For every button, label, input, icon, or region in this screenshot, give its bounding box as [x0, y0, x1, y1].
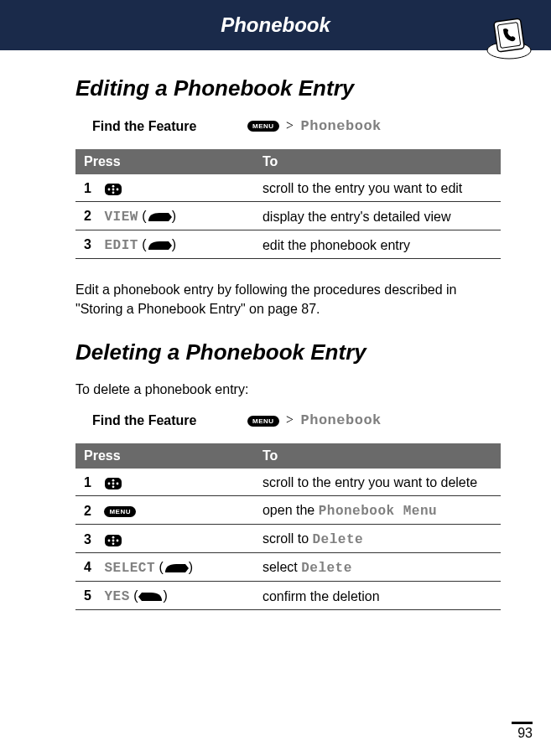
step-number: 4	[84, 560, 101, 575]
step-number: 3	[84, 532, 101, 547]
scroll-key-icon	[104, 477, 122, 490]
svg-point-12	[117, 483, 119, 485]
step-desc: scroll to the entry you want to delete	[254, 469, 501, 496]
left-softkey-icon	[138, 591, 164, 603]
svg-point-11	[112, 483, 115, 485]
step-desc: scroll to the entry you want to edit	[254, 174, 501, 202]
step-number: 1	[84, 181, 101, 196]
header-bar: Phonebook	[0, 0, 551, 50]
section-title-editing: Editing a Phonebook Entry	[75, 75, 501, 101]
softkey-label: VIEW	[104, 210, 138, 225]
svg-point-13	[112, 479, 115, 482]
section-intro: To delete a phonebook entry:	[75, 382, 501, 397]
menu-key-icon: MENU	[104, 506, 136, 517]
table-row: 1 scroll to the entry you want to edit	[75, 174, 501, 202]
svg-point-20	[112, 542, 115, 545]
find-feature-label: Find the Feature	[92, 119, 247, 134]
page-content: Editing a Phonebook Entry Find the Featu…	[0, 50, 551, 610]
svg-point-7	[112, 185, 115, 188]
menu-path: MENU > Phonebook	[247, 118, 382, 134]
menu-path-text: Phonebook	[301, 118, 382, 134]
svg-point-4	[108, 188, 111, 190]
table-row: 2 VIEW () display the entry's detailed v…	[75, 202, 501, 230]
step-desc-mono: Phonebook Menu	[319, 504, 437, 519]
step-desc-text: select	[263, 560, 301, 574]
step-desc: scroll to Delete	[254, 525, 501, 553]
svg-point-14	[112, 486, 115, 489]
col-to: To	[254, 443, 501, 469]
step-desc-text: scroll to	[263, 531, 313, 546]
svg-point-18	[117, 539, 119, 541]
svg-point-16	[108, 539, 111, 541]
step-desc: open the Phonebook Menu	[254, 496, 501, 525]
svg-point-8	[112, 191, 115, 194]
step-desc: edit the phonebook entry	[254, 230, 501, 259]
breadcrumb-separator: >	[286, 118, 294, 132]
scroll-key-icon	[104, 183, 122, 196]
find-feature-row: Find the Feature MENU > Phonebook	[92, 118, 501, 134]
instruction-table-delete: Press To 1 scroll to the entry you want …	[75, 443, 501, 610]
svg-point-5	[112, 188, 115, 190]
menu-path-text: Phonebook	[301, 412, 382, 428]
table-row: 4 SELECT () select Delete	[75, 553, 501, 582]
step-desc-text: open the	[263, 503, 319, 517]
softkey-label: SELECT	[104, 561, 155, 576]
table-row: 3 EDIT () edit the phonebook entry	[75, 230, 501, 259]
right-softkey-icon	[164, 562, 189, 574]
table-row: 2 MENU open the Phonebook Menu	[75, 496, 501, 525]
softkey-label: EDIT	[104, 238, 138, 253]
step-desc: select Delete	[254, 553, 501, 582]
step-number: 2	[84, 209, 101, 224]
step-desc-mono: Delete	[313, 532, 364, 547]
find-feature-row: Find the Feature MENU > Phonebook	[92, 412, 501, 428]
step-number: 2	[84, 504, 101, 519]
page-number: 93	[512, 722, 533, 741]
right-softkey-icon	[147, 240, 172, 251]
col-press: Press	[75, 149, 254, 174]
table-row: 3 scroll to Delete	[75, 525, 501, 553]
breadcrumb-separator: >	[286, 412, 294, 427]
step-number: 5	[84, 588, 101, 603]
softkey-label: YES	[104, 589, 129, 604]
header-title: Phonebook	[221, 13, 330, 37]
section-title-deleting: Deleting a Phonebook Entry	[75, 339, 501, 365]
svg-point-17	[112, 539, 115, 541]
step-desc: display the entry's detailed view	[254, 202, 501, 230]
instruction-table-edit: Press To 1 scroll to the entry you want …	[75, 149, 501, 259]
svg-point-10	[108, 483, 111, 485]
step-desc: confirm the deletion	[254, 582, 501, 610]
col-to: To	[254, 149, 501, 174]
step-number: 1	[84, 475, 101, 490]
table-row: 5 YES () confirm the deletion	[75, 582, 501, 610]
menu-path: MENU > Phonebook	[247, 412, 382, 428]
menu-key-icon: MENU	[247, 416, 279, 427]
scroll-key-icon	[104, 534, 122, 547]
step-number: 3	[84, 237, 101, 252]
right-softkey-icon	[147, 211, 172, 223]
step-desc-mono: Delete	[301, 561, 352, 576]
svg-point-6	[117, 188, 119, 190]
col-press: Press	[75, 443, 254, 469]
section-body: Edit a phonebook entry by following the …	[75, 280, 501, 318]
table-row: 1 scroll to the entry you want to delete	[75, 469, 501, 496]
phonebook-icon	[484, 15, 534, 61]
menu-key-icon: MENU	[247, 121, 279, 132]
find-feature-label: Find the Feature	[92, 413, 247, 428]
svg-point-19	[112, 536, 115, 538]
